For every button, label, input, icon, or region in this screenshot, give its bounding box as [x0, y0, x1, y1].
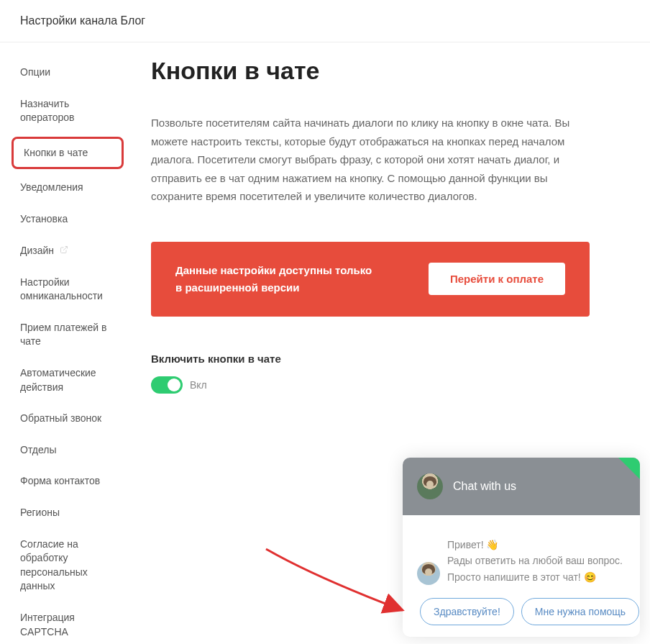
sidebar-item-callback[interactable]: Обратный звонок	[0, 403, 129, 435]
page-header: Настройки канала Блог	[0, 0, 650, 42]
header-title: Настройки канала Блог	[20, 14, 145, 27]
sidebar-item-chat-buttons[interactable]: Кнопки в чате	[12, 137, 124, 170]
alert-text: Данные настройки доступны только в расши…	[175, 262, 377, 296]
sidebar-item-label: Отделы	[20, 444, 57, 455]
chat-widget-header: Chat with us	[403, 458, 640, 515]
sidebar-item-label: Интеграция CAPTCHA	[20, 612, 75, 638]
chat-operator-avatar	[417, 473, 443, 499]
sidebar-item-contact-form[interactable]: Форма контактов	[0, 466, 129, 497]
sidebar-item-departments[interactable]: Отделы	[0, 435, 129, 466]
chat-header-title: Chat with us	[453, 480, 516, 493]
sidebar: Опции Назначить операторов Кнопки в чате…	[0, 42, 129, 644]
page-description: Позвольте посетителям сайта начинать диа…	[151, 114, 590, 206]
toggle-status: Вкл	[190, 379, 207, 391]
sidebar-item-label: Назначить операторов	[20, 98, 74, 124]
sidebar-item-label: Автоматические действия	[20, 367, 96, 393]
sidebar-item-payments[interactable]: Прием платежей в чате	[0, 312, 129, 358]
sidebar-item-label: Прием платежей в чате	[20, 322, 106, 348]
sidebar-item-label: Обратный звонок	[20, 412, 101, 424]
upgrade-alert: Данные настройки доступны только в расши…	[151, 242, 590, 317]
sidebar-item-notifications[interactable]: Уведомления	[0, 172, 129, 204]
chat-body: Привет! 👋 Рады ответить на любой ваш воп…	[403, 515, 640, 637]
sidebar-item-label: Уведомления	[20, 181, 83, 193]
chat-corner-decoration	[618, 458, 640, 479]
sidebar-item-label: Настройки омниканальности	[20, 276, 103, 302]
go-to-payment-button[interactable]: Перейти к оплате	[429, 263, 565, 295]
sidebar-item-omnichannel[interactable]: Настройки омниканальности	[0, 267, 129, 312]
chat-quick-buttons: Здравствуйте! Мне нужна помощь	[417, 598, 626, 625]
sidebar-item-regions[interactable]: Регионы	[0, 497, 129, 529]
sidebar-item-design[interactable]: Дизайн	[0, 235, 129, 267]
chat-message-text: Рады ответить на любой ваш вопрос. Прост…	[447, 553, 626, 585]
sidebar-item-auto-actions[interactable]: Автоматические действия	[0, 358, 129, 403]
sidebar-item-label: Опции	[20, 66, 50, 78]
sidebar-item-options[interactable]: Опции	[0, 57, 129, 89]
chat-button-hello[interactable]: Здравствуйте!	[420, 598, 514, 625]
chat-message-row: Привет! 👋 Рады ответить на любой ваш воп…	[417, 537, 626, 585]
sidebar-item-label: Дизайн	[20, 245, 54, 256]
chat-button-help[interactable]: Мне нужна помощь	[521, 598, 639, 625]
sidebar-item-label: Регионы	[20, 507, 60, 518]
chat-greeting: Привет! 👋	[447, 537, 626, 553]
sidebar-item-label: Установка	[20, 213, 68, 225]
toggle-knob	[168, 378, 180, 391]
svg-line-0	[63, 247, 68, 251]
sidebar-item-label: Согласие на обработку персональных данны…	[20, 538, 88, 592]
sidebar-item-install[interactable]: Установка	[0, 204, 129, 235]
sidebar-item-captcha[interactable]: Интеграция CAPTCHA	[0, 602, 129, 644]
sidebar-item-assign-operators[interactable]: Назначить операторов	[0, 89, 129, 134]
toggle-section: Включить кнопки в чате Вкл	[151, 353, 590, 394]
toggle-label: Включить кнопки в чате	[151, 353, 590, 365]
sidebar-item-label: Форма контактов	[20, 475, 100, 486]
sidebar-item-consent[interactable]: Согласие на обработку персональных данны…	[0, 529, 129, 602]
enable-chat-buttons-toggle[interactable]	[151, 376, 183, 394]
chat-message-avatar	[417, 562, 440, 585]
sidebar-item-label: Кнопки в чате	[24, 147, 88, 158]
chat-message-bubble: Привет! 👋 Рады ответить на любой ваш воп…	[447, 537, 626, 585]
toggle-row: Вкл	[151, 376, 590, 394]
external-link-icon	[60, 244, 68, 258]
page-title: Кнопки в чате	[151, 57, 590, 85]
chat-widget-preview: Chat with us Привет! 👋 Рады ответить на …	[403, 458, 640, 637]
